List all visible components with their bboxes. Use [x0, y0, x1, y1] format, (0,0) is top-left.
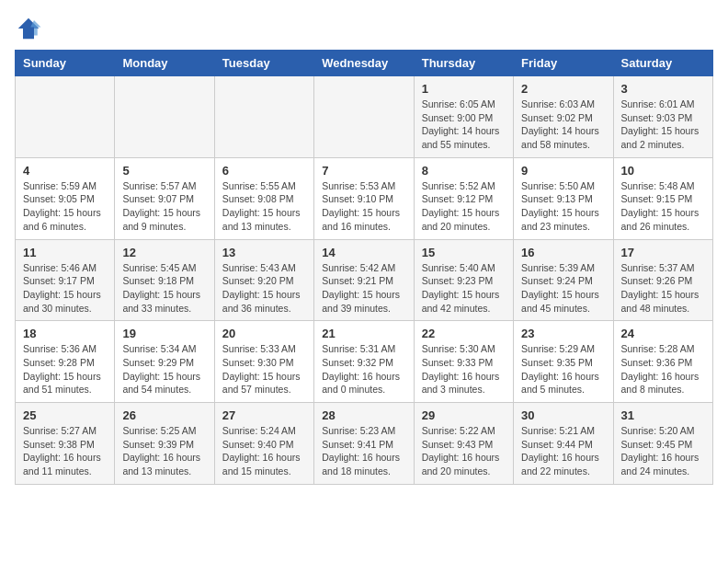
day-number: 4: [23, 164, 107, 178]
day-info: Sunrise: 5:59 AM Sunset: 9:05 PM Dayligh…: [23, 179, 107, 234]
logo: [15, 15, 46, 42]
weekday-header-monday: Monday: [115, 51, 214, 76]
day-info: Sunrise: 5:22 AM Sunset: 9:43 PM Dayligh…: [422, 424, 506, 478]
logo-icon: [15, 15, 42, 42]
calendar-cell: 12Sunrise: 5:45 AM Sunset: 9:18 PM Dayli…: [115, 239, 214, 321]
calendar-cell: 21Sunrise: 5:31 AM Sunset: 9:32 PM Dayli…: [314, 321, 414, 403]
day-number: 12: [122, 246, 206, 259]
day-number: 22: [422, 327, 506, 340]
calendar-cell: 1Sunrise: 6:05 AM Sunset: 9:00 PM Daylig…: [414, 76, 513, 158]
day-info: Sunrise: 5:43 AM Sunset: 9:20 PM Dayligh…: [222, 261, 306, 316]
day-number: 18: [23, 327, 107, 340]
calendar-cell: 23Sunrise: 5:29 AM Sunset: 9:35 PM Dayli…: [514, 321, 613, 403]
day-number: 10: [621, 164, 705, 178]
calendar-cell: 6Sunrise: 5:55 AM Sunset: 9:08 PM Daylig…: [214, 157, 313, 239]
day-number: 9: [521, 164, 605, 178]
weekday-header-saturday: Saturday: [613, 51, 712, 76]
day-number: 3: [621, 82, 705, 96]
day-number: 21: [322, 327, 405, 340]
calendar-cell: 11Sunrise: 5:46 AM Sunset: 9:17 PM Dayli…: [16, 239, 115, 321]
day-number: 19: [122, 327, 206, 340]
day-number: 28: [322, 408, 405, 422]
calendar-cell: 10Sunrise: 5:48 AM Sunset: 9:15 PM Dayli…: [613, 157, 712, 239]
day-info: Sunrise: 5:29 AM Sunset: 9:35 PM Dayligh…: [521, 342, 605, 396]
calendar-cell: 2Sunrise: 6:03 AM Sunset: 9:02 PM Daylig…: [514, 76, 613, 158]
calendar-table: SundayMondayTuesdayWednesdayThursdayFrid…: [15, 50, 713, 485]
day-info: Sunrise: 5:36 AM Sunset: 9:28 PM Dayligh…: [23, 342, 107, 396]
calendar-cell: 15Sunrise: 5:40 AM Sunset: 9:23 PM Dayli…: [414, 239, 513, 321]
calendar-cell: 26Sunrise: 5:25 AM Sunset: 9:39 PM Dayli…: [115, 403, 214, 485]
calendar-week-row: 4Sunrise: 5:59 AM Sunset: 9:05 PM Daylig…: [16, 157, 713, 239]
day-number: 25: [23, 408, 107, 422]
calendar-cell: 20Sunrise: 5:33 AM Sunset: 9:30 PM Dayli…: [214, 321, 313, 403]
calendar-week-row: 11Sunrise: 5:46 AM Sunset: 9:17 PM Dayli…: [16, 239, 713, 321]
day-info: Sunrise: 6:03 AM Sunset: 9:02 PM Dayligh…: [521, 98, 605, 152]
calendar-week-row: 1Sunrise: 6:05 AM Sunset: 9:00 PM Daylig…: [16, 76, 713, 158]
day-number: 26: [122, 408, 206, 422]
day-info: Sunrise: 6:01 AM Sunset: 9:03 PM Dayligh…: [621, 98, 705, 152]
day-number: 7: [322, 164, 405, 178]
calendar-cell: 9Sunrise: 5:50 AM Sunset: 9:13 PM Daylig…: [514, 157, 613, 239]
calendar-week-row: 18Sunrise: 5:36 AM Sunset: 9:28 PM Dayli…: [16, 321, 713, 403]
day-info: Sunrise: 5:46 AM Sunset: 9:17 PM Dayligh…: [23, 261, 107, 316]
day-info: Sunrise: 5:31 AM Sunset: 9:32 PM Dayligh…: [322, 342, 405, 396]
day-number: 24: [621, 327, 705, 340]
day-info: Sunrise: 5:21 AM Sunset: 9:44 PM Dayligh…: [521, 424, 605, 478]
day-info: Sunrise: 5:24 AM Sunset: 9:40 PM Dayligh…: [222, 424, 306, 478]
calendar-cell: [16, 76, 115, 158]
day-info: Sunrise: 5:52 AM Sunset: 9:12 PM Dayligh…: [422, 179, 506, 234]
day-number: 5: [122, 164, 206, 178]
day-number: 6: [222, 164, 306, 178]
day-info: Sunrise: 5:53 AM Sunset: 9:10 PM Dayligh…: [322, 179, 405, 234]
calendar-cell: 8Sunrise: 5:52 AM Sunset: 9:12 PM Daylig…: [414, 157, 513, 239]
calendar-cell: 7Sunrise: 5:53 AM Sunset: 9:10 PM Daylig…: [314, 157, 414, 239]
calendar-week-row: 25Sunrise: 5:27 AM Sunset: 9:38 PM Dayli…: [16, 403, 713, 485]
calendar-cell: [214, 76, 313, 158]
day-info: Sunrise: 5:30 AM Sunset: 9:33 PM Dayligh…: [422, 342, 506, 396]
calendar-cell: [115, 76, 214, 158]
calendar-cell: 19Sunrise: 5:34 AM Sunset: 9:29 PM Dayli…: [115, 321, 214, 403]
day-info: Sunrise: 5:25 AM Sunset: 9:39 PM Dayligh…: [122, 424, 206, 478]
calendar-cell: 16Sunrise: 5:39 AM Sunset: 9:24 PM Dayli…: [514, 239, 613, 321]
calendar-cell: 13Sunrise: 5:43 AM Sunset: 9:20 PM Dayli…: [214, 239, 313, 321]
day-info: Sunrise: 5:28 AM Sunset: 9:36 PM Dayligh…: [621, 342, 705, 396]
day-number: 29: [422, 408, 506, 422]
day-info: Sunrise: 5:40 AM Sunset: 9:23 PM Dayligh…: [422, 261, 506, 316]
day-number: 14: [322, 246, 405, 259]
day-info: Sunrise: 5:37 AM Sunset: 9:26 PM Dayligh…: [621, 261, 705, 316]
day-info: Sunrise: 5:57 AM Sunset: 9:07 PM Dayligh…: [122, 179, 206, 234]
day-info: Sunrise: 5:50 AM Sunset: 9:13 PM Dayligh…: [521, 179, 605, 234]
calendar-cell: 29Sunrise: 5:22 AM Sunset: 9:43 PM Dayli…: [414, 403, 513, 485]
day-info: Sunrise: 5:20 AM Sunset: 9:45 PM Dayligh…: [621, 424, 705, 478]
calendar-cell: 17Sunrise: 5:37 AM Sunset: 9:26 PM Dayli…: [613, 239, 712, 321]
day-number: 8: [422, 164, 506, 178]
calendar-header-row: SundayMondayTuesdayWednesdayThursdayFrid…: [16, 51, 713, 76]
day-number: 15: [422, 246, 506, 259]
calendar-cell: 14Sunrise: 5:42 AM Sunset: 9:21 PM Dayli…: [314, 239, 414, 321]
calendar-cell: 25Sunrise: 5:27 AM Sunset: 9:38 PM Dayli…: [16, 403, 115, 485]
calendar-cell: 24Sunrise: 5:28 AM Sunset: 9:36 PM Dayli…: [613, 321, 712, 403]
day-number: 1: [422, 82, 506, 96]
day-number: 17: [621, 246, 705, 259]
calendar-cell: 27Sunrise: 5:24 AM Sunset: 9:40 PM Dayli…: [214, 403, 313, 485]
day-info: Sunrise: 5:34 AM Sunset: 9:29 PM Dayligh…: [122, 342, 206, 396]
day-number: 23: [521, 327, 605, 340]
weekday-header-tuesday: Tuesday: [214, 51, 313, 76]
weekday-header-thursday: Thursday: [414, 51, 513, 76]
calendar-cell: [314, 76, 414, 158]
day-number: 16: [521, 246, 605, 259]
page-header: [15, 15, 713, 42]
weekday-header-wednesday: Wednesday: [314, 51, 414, 76]
day-number: 2: [521, 82, 605, 96]
day-info: Sunrise: 5:39 AM Sunset: 9:24 PM Dayligh…: [521, 261, 605, 316]
day-number: 27: [222, 408, 306, 422]
calendar-cell: 5Sunrise: 5:57 AM Sunset: 9:07 PM Daylig…: [115, 157, 214, 239]
day-info: Sunrise: 5:55 AM Sunset: 9:08 PM Dayligh…: [222, 179, 306, 234]
calendar-cell: 18Sunrise: 5:36 AM Sunset: 9:28 PM Dayli…: [16, 321, 115, 403]
day-info: Sunrise: 5:48 AM Sunset: 9:15 PM Dayligh…: [621, 179, 705, 234]
day-number: 31: [621, 408, 705, 422]
day-info: Sunrise: 5:45 AM Sunset: 9:18 PM Dayligh…: [122, 261, 206, 316]
day-number: 13: [222, 246, 306, 259]
calendar-cell: 4Sunrise: 5:59 AM Sunset: 9:05 PM Daylig…: [16, 157, 115, 239]
day-info: Sunrise: 6:05 AM Sunset: 9:00 PM Dayligh…: [422, 98, 506, 152]
